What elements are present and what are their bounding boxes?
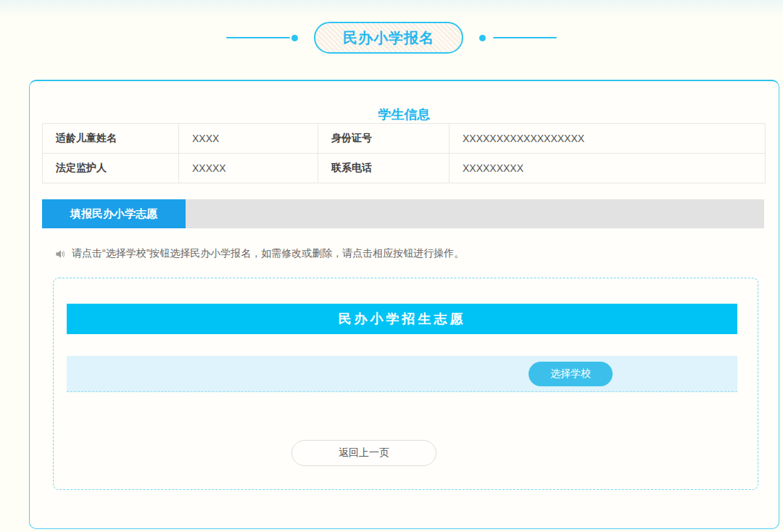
speaker-icon: [55, 249, 66, 259]
page-title: 民办小学报名: [343, 28, 434, 48]
child-name-label: 适龄儿童姓名: [43, 124, 179, 154]
instruction-text: 请点击“选择学校”按钮选择民办小学报名，如需修改或删除，请点击相应按钮进行操作。: [72, 247, 464, 260]
volunteer-panel: 民办小学招生志愿 选择学校 返回上一页: [53, 278, 758, 490]
guardian-value: XXXXX: [179, 154, 318, 183]
ornament-line-left: [226, 37, 290, 38]
tab-bar-filler: [186, 199, 764, 228]
select-school-button[interactable]: 选择学校: [529, 362, 613, 386]
phone-label: 联系电话: [318, 154, 450, 183]
back-button[interactable]: 返回上一页: [291, 440, 436, 466]
ornament-line-right: [493, 37, 557, 38]
volunteer-panel-title: 民办小学招生志愿: [67, 304, 737, 334]
guardian-label: 法定监护人: [43, 154, 179, 183]
student-info-table: 适龄儿童姓名 XXXX 身份证号 XXXXXXXXXXXXXXXXXX 法定监护…: [42, 123, 766, 183]
id-number-label: 身份证号: [318, 124, 450, 154]
page-header-ornament: 民办小学报名: [0, 22, 783, 54]
student-info-title: 学生信息: [30, 81, 779, 106]
school-choice-row: 选择学校: [67, 356, 737, 392]
back-button-row: 返回上一页: [54, 440, 758, 466]
id-number-value: XXXXXXXXXXXXXXXXXX: [450, 124, 766, 154]
ornament-dot-right: [479, 35, 486, 41]
table-row: 法定监护人 XXXXX 联系电话 XXXXXXXXX: [43, 154, 766, 183]
registration-card: 学生信息 适龄儿童姓名 XXXX 身份证号 XXXXXXXXXXXXXXXXXX…: [29, 80, 779, 529]
phone-value: XXXXXXXXX: [450, 154, 766, 183]
page-title-badge: 民办小学报名: [314, 22, 463, 54]
child-name-value: XXXX: [179, 124, 318, 154]
instruction-notice: 请点击“选择学校”按钮选择民办小学报名，如需修改或删除，请点击相应按钮进行操作。: [55, 247, 779, 260]
ornament-dot-left: [291, 35, 298, 41]
table-row: 适龄儿童姓名 XXXX 身份证号 XXXXXXXXXXXXXXXXXX: [43, 124, 766, 154]
tab-fill-volunteer[interactable]: 填报民办小学志愿: [42, 199, 186, 228]
volunteer-tab-bar: 填报民办小学志愿: [42, 199, 764, 228]
